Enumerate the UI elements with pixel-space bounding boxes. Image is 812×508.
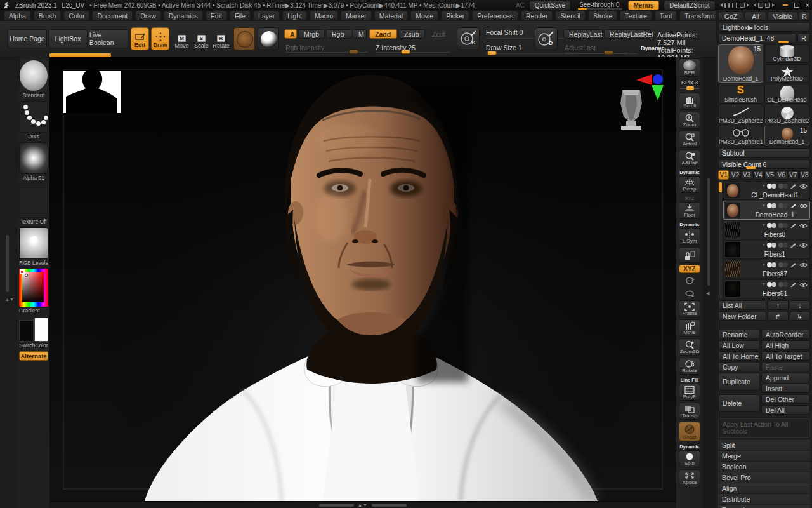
- z-intensity-slider[interactable]: [376, 51, 450, 53]
- list-all-button[interactable]: List All: [718, 300, 766, 310]
- collapse-left-icon[interactable]: [720, 3, 723, 7]
- eye-icon[interactable]: [799, 282, 808, 288]
- visible-count-knob[interactable]: [746, 166, 756, 169]
- folder-caret-icon[interactable]: ▾: [763, 223, 765, 228]
- current-texture-thumbnail[interactable]: [19, 184, 48, 218]
- folder-caret-icon[interactable]: ▾: [763, 184, 765, 189]
- rotate-z-button[interactable]: [679, 288, 700, 298]
- mrgb-button[interactable]: Mrgb: [298, 29, 325, 39]
- tool-r-button[interactable]: R: [797, 33, 810, 43]
- menu-marker[interactable]: Marker: [341, 11, 372, 21]
- copy-button[interactable]: Copy: [718, 362, 760, 371]
- menu-document[interactable]: Document: [92, 11, 133, 21]
- material-button[interactable]: [233, 27, 255, 50]
- tab-v1[interactable]: V1: [718, 170, 729, 180]
- append-button[interactable]: Append: [761, 373, 810, 382]
- menu-draw[interactable]: Draw: [135, 11, 161, 21]
- home-page-button[interactable]: Home Page: [8, 29, 47, 48]
- tool-demohead-selected[interactable]: 15 DemoHead_1: [718, 44, 763, 83]
- menu-brush[interactable]: Brush: [34, 11, 61, 21]
- tab-v2[interactable]: V2: [730, 170, 740, 180]
- layout-a-icon[interactable]: [758, 3, 763, 8]
- goz-r-button[interactable]: R: [799, 11, 810, 21]
- menu-transform[interactable]: Transform: [679, 11, 719, 21]
- all-low-button[interactable]: All Low: [718, 340, 760, 350]
- apply-last-action-button[interactable]: Apply Last Action To All Subtools: [718, 418, 810, 438]
- transp-button[interactable]: Transp: [679, 403, 700, 420]
- ghost-button[interactable]: Ghost: [679, 422, 700, 441]
- spix-slider[interactable]: [680, 86, 699, 90]
- menu-dynamics[interactable]: Dynamics: [164, 11, 203, 21]
- rgb-intensity-knob[interactable]: [349, 50, 358, 54]
- boolean-section[interactable]: Boolean: [718, 462, 810, 472]
- spix-knob[interactable]: [686, 86, 694, 90]
- current-tool-slider[interactable]: DemoHead_1. 48: [718, 33, 796, 43]
- subtool-row-cl-demohead1[interactable]: ▾ CL_DemoHead1: [723, 181, 810, 200]
- live-boolean-button[interactable]: Live Boolean: [89, 29, 128, 48]
- palette-icon[interactable]: [740, 3, 745, 8]
- alternate-button[interactable]: Alternate: [19, 351, 48, 361]
- subtool-scrollbar[interactable]: [719, 181, 722, 298]
- zoom3d-button[interactable]: Zoom3D: [679, 338, 700, 356]
- menu-color[interactable]: Color: [63, 11, 89, 21]
- tool-zsphere1[interactable]: PM3D_ZSphere1: [718, 126, 763, 145]
- menu-tool[interactable]: Tool: [655, 11, 677, 21]
- new-folder-button[interactable]: New Folder: [718, 311, 766, 321]
- xpose-button[interactable]: Xpose: [679, 469, 700, 486]
- replay-last-rel-button[interactable]: ReplayLastRel: [604, 29, 651, 39]
- rgb-intensity-slider[interactable]: [285, 51, 368, 53]
- current-brush-thumbnail[interactable]: [19, 60, 48, 91]
- folder-caret-icon[interactable]: ▾: [763, 243, 765, 248]
- eye-icon[interactable]: [799, 223, 808, 229]
- bottom-tray-handle[interactable]: ▲▼: [49, 501, 676, 508]
- eye-icon[interactable]: [799, 184, 808, 189]
- remesh-section[interactable]: Remesh: [718, 505, 810, 508]
- left-tray-arrows[interactable]: ▲▼: [5, 297, 14, 302]
- layout-b-icon[interactable]: [765, 3, 770, 8]
- lsym-button[interactable]: L.Sym: [679, 228, 700, 245]
- secondary-color-swatch[interactable]: [34, 318, 49, 342]
- see-through-slider[interactable]: See-through 0: [575, 1, 623, 10]
- scroll-button[interactable]: Scroll: [679, 93, 700, 110]
- layout-right-icon[interactable]: [772, 3, 775, 7]
- move-canvas-button[interactable]: Move: [679, 319, 700, 337]
- rgb-button[interactable]: Rgb: [326, 29, 351, 39]
- menu-stroke[interactable]: Stroke: [588, 11, 617, 21]
- aahalf-button[interactable]: AAHalf: [679, 150, 700, 167]
- distribute-section[interactable]: Distribute: [718, 494, 810, 505]
- current-stroke-thumbnail[interactable]: [19, 101, 48, 133]
- collapse-right-icon[interactable]: [747, 3, 749, 7]
- menu-layer[interactable]: Layer: [253, 11, 280, 21]
- menu-file[interactable]: File: [230, 11, 251, 21]
- color-a-button[interactable]: A: [284, 29, 297, 39]
- window-layout-icons[interactable]: [754, 3, 775, 8]
- auto-reorder-button[interactable]: AutoReorder: [761, 330, 810, 339]
- move-into-folder-button[interactable]: ↳: [790, 311, 811, 321]
- zsub-button[interactable]: Zsub: [398, 29, 425, 39]
- tab-v5[interactable]: V5: [764, 170, 775, 180]
- dynamic-label[interactable]: Dynamic: [641, 45, 665, 51]
- m-button[interactable]: M: [353, 29, 367, 39]
- minimize-button[interactable]: [783, 4, 788, 6]
- rename-button[interactable]: Rename: [718, 330, 760, 339]
- zadd-button[interactable]: Zadd: [369, 29, 397, 39]
- all-to-target-button[interactable]: All To Target: [761, 351, 810, 361]
- floor-button[interactable]: Floor: [679, 202, 700, 219]
- del-all-button[interactable]: Del All: [761, 405, 810, 415]
- subtool-row-fibers8[interactable]: ▾ Fibers8: [723, 220, 810, 239]
- menu-material[interactable]: Material: [374, 11, 408, 21]
- subtool-row-fibers87[interactable]: ▾ Fibers87: [723, 260, 810, 279]
- tray-handle-arrows[interactable]: ▲▼: [358, 503, 368, 507]
- all-to-home-button[interactable]: All To Home: [718, 351, 760, 361]
- goz-all-button[interactable]: All: [745, 11, 766, 21]
- folder-caret-icon[interactable]: ▾: [763, 282, 765, 287]
- paintbrush-icon[interactable]: [790, 203, 797, 209]
- tab-v3[interactable]: V3: [742, 170, 752, 180]
- folder-caret-icon[interactable]: ▾: [763, 262, 765, 267]
- draw-button[interactable]: Draw: [151, 27, 169, 50]
- split-section[interactable]: Split: [718, 440, 810, 451]
- lightbox-tools-button[interactable]: Lightbox▶Tools: [718, 22, 810, 32]
- eye-icon[interactable]: [799, 262, 808, 268]
- rotate-y-button[interactable]: [679, 275, 700, 286]
- tool-demohead-2[interactable]: 15 DemoHead_1: [764, 126, 809, 145]
